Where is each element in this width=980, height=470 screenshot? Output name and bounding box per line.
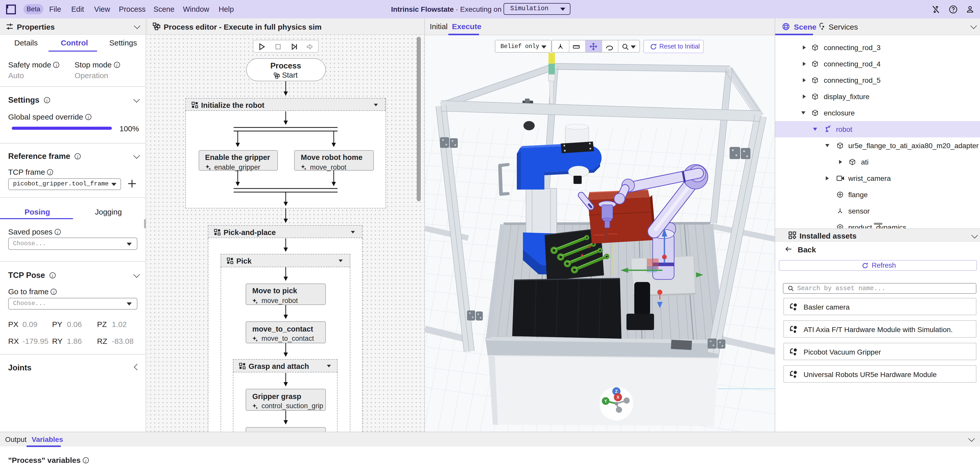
svg-text:Z: Z <box>615 389 617 394</box>
svg-text:Y: Y <box>604 399 607 403</box>
svg-text:X: X <box>616 395 619 399</box>
